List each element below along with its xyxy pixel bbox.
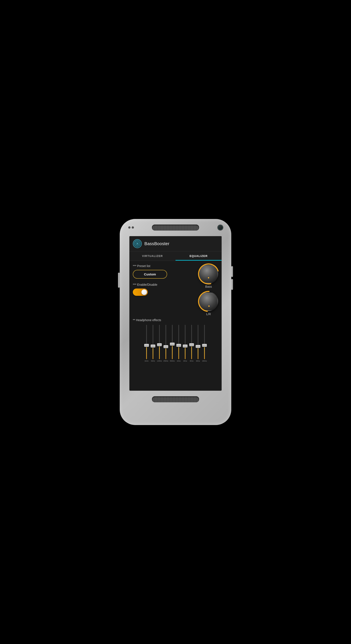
eq-band-1Khz: 1Khz xyxy=(176,325,181,362)
main-controls-row: *** Preset list Custom *** Enable/Disabl… xyxy=(133,264,218,316)
eq-handle[interactable] xyxy=(144,344,149,347)
logo-svg xyxy=(134,241,140,246)
eq-freq-label: 63Hz xyxy=(151,360,155,362)
app-header: BassBooster xyxy=(129,236,222,251)
eq-band-4Khz: 4Khz xyxy=(189,325,194,362)
eq-slider-track-500Hz[interactable] xyxy=(170,325,175,359)
eq-band-16Khz: 16Khz xyxy=(202,325,207,362)
eq-handle[interactable] xyxy=(183,344,188,348)
enable-section: *** Enable/Disable xyxy=(133,283,199,296)
right-knobs: Bass L/R xyxy=(199,264,218,316)
eq-fill xyxy=(159,345,160,359)
eq-handle[interactable] xyxy=(170,342,175,346)
eq-band-500Hz: 500Hz xyxy=(170,325,175,362)
eq-handle[interactable] xyxy=(176,344,181,347)
front-camera-icon xyxy=(218,225,223,230)
bottom-speaker xyxy=(152,396,199,402)
eq-fill xyxy=(185,346,186,359)
eq-fill xyxy=(191,345,192,359)
tabs-row: VIRTUALIZER EQUALIZER xyxy=(129,251,222,261)
eq-freq-label: 125Hz xyxy=(157,360,162,362)
power-button[interactable] xyxy=(118,273,120,288)
eq-freq-label: 2Khz xyxy=(183,360,187,362)
eq-freq-label: 8Khz xyxy=(196,360,200,362)
eq-slider-track-8Khz[interactable] xyxy=(195,325,201,359)
eq-slider-track-1Khz[interactable] xyxy=(176,325,181,359)
eq-freq-label: 500Hz xyxy=(170,360,175,362)
enable-toggle[interactable] xyxy=(133,288,148,296)
headphone-section: ** Headphone effects 31Hz 63Hz xyxy=(133,318,218,362)
eq-handle[interactable] xyxy=(189,343,194,346)
eq-slider-track-16Khz[interactable] xyxy=(202,325,207,359)
eq-band-125Hz: 125Hz xyxy=(157,325,162,362)
eq-band-250Hz: 250Hz xyxy=(163,325,168,362)
eq-fill xyxy=(153,346,153,359)
eq-fill xyxy=(172,344,173,359)
front-dots xyxy=(128,226,134,228)
bass-knob-label: Bass xyxy=(205,285,212,288)
eq-slider-track-4Khz[interactable] xyxy=(189,325,194,359)
app-title: BassBooster xyxy=(144,241,169,246)
eq-fill xyxy=(179,346,179,359)
phone-frame: BassBooster VIRTUALIZER EQUALIZER *** Pr… xyxy=(120,219,231,425)
eq-freq-label: 4Khz xyxy=(190,360,194,362)
lr-knob[interactable] xyxy=(199,292,218,311)
dot-2 xyxy=(132,226,134,228)
eq-freq-label: 250Hz xyxy=(163,360,168,362)
eq-slider-track-250Hz[interactable] xyxy=(163,325,168,359)
top-speaker xyxy=(152,224,199,230)
eq-freq-label: 16Khz xyxy=(202,360,207,362)
left-controls: *** Preset list Custom *** Enable/Disabl… xyxy=(133,264,199,296)
eq-handle[interactable] xyxy=(151,344,155,348)
bass-knob-container: Bass xyxy=(199,264,218,288)
custom-button[interactable]: Custom xyxy=(133,270,167,279)
eq-fill xyxy=(204,346,205,359)
preset-label: *** Preset list xyxy=(133,264,199,268)
preset-section: *** Preset list Custom xyxy=(133,264,199,279)
headphone-label: ** Headphone effects xyxy=(133,318,218,322)
bass-knob-dot xyxy=(208,277,209,278)
eq-band-2Khz: 2Khz xyxy=(183,325,188,362)
lr-knob-dot xyxy=(208,306,210,307)
eq-slider-track-125Hz[interactable] xyxy=(157,325,162,359)
toggle-thumb xyxy=(141,289,147,295)
eq-band-63Hz: 63Hz xyxy=(150,325,156,362)
dot-1 xyxy=(128,226,130,228)
tab-equalizer[interactable]: EQUALIZER xyxy=(175,251,222,260)
eq-handle[interactable] xyxy=(163,345,168,348)
eq-handle[interactable] xyxy=(196,345,200,348)
eq-band-31Hz: 31Hz xyxy=(144,325,149,362)
eq-fill xyxy=(146,346,147,359)
eq-slider-track-63Hz[interactable] xyxy=(150,325,156,359)
eq-fill xyxy=(198,346,198,359)
eq-freq-label: 31Hz xyxy=(145,360,149,362)
app-content: *** Preset list Custom *** Enable/Disabl… xyxy=(129,261,222,365)
eq-handle[interactable] xyxy=(202,344,207,347)
phone-top-bar xyxy=(120,219,231,236)
eq-fill xyxy=(166,347,166,359)
eq-slider-track-31Hz[interactable] xyxy=(144,325,149,359)
eq-freq-label: 1Khz xyxy=(177,360,181,362)
lr-knob-container: L/R xyxy=(199,292,218,316)
eq-band-8Khz: 8Khz xyxy=(195,325,201,362)
eq-bars-container: 31Hz 63Hz 125Hz 250Hz xyxy=(133,325,218,362)
app-logo xyxy=(133,239,142,248)
enable-label: *** Enable/Disable xyxy=(133,283,199,286)
screen: BassBooster VIRTUALIZER EQUALIZER *** Pr… xyxy=(129,236,222,391)
eq-slider-track-2Khz[interactable] xyxy=(183,325,188,359)
svg-point-2 xyxy=(137,243,138,244)
lr-knob-label: L/R xyxy=(206,312,211,316)
bass-knob[interactable] xyxy=(199,264,218,284)
volume-up-button[interactable] xyxy=(231,266,233,277)
phone-bottom-bar xyxy=(120,391,231,408)
eq-handle[interactable] xyxy=(157,343,162,346)
volume-down-button[interactable] xyxy=(231,279,233,290)
tab-virtualizer[interactable]: VIRTUALIZER xyxy=(129,251,175,260)
